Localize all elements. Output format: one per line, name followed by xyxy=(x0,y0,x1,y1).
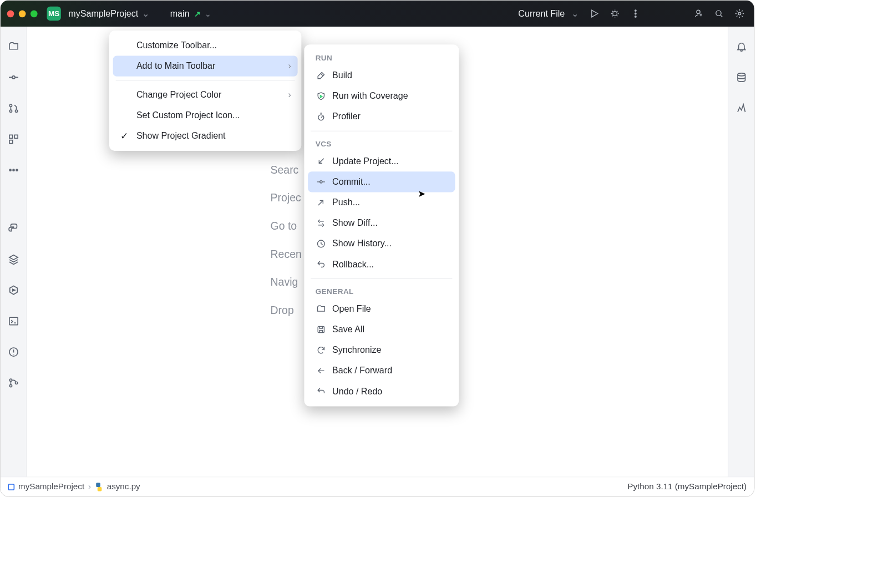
menu-group-header: VCS xyxy=(304,135,459,151)
check-icon: ✓ xyxy=(120,130,128,141)
run-config-label: Current File xyxy=(518,8,565,19)
project-tool-button[interactable] xyxy=(7,40,20,53)
python-console-tool-button[interactable] xyxy=(7,222,20,235)
clock-icon xyxy=(316,239,326,249)
menu-item-synchronize[interactable]: Synchronize xyxy=(308,340,455,361)
svg-rect-15 xyxy=(14,135,18,138)
arrow-up-right-icon xyxy=(316,198,326,207)
pull-requests-tool-button[interactable] xyxy=(7,102,20,115)
menu-item-customize-toolbar[interactable]: Customize Toolbar... xyxy=(113,35,298,55)
breadcrumb[interactable]: mySampleProject › async.py xyxy=(8,482,140,492)
project-dropdown[interactable]: mySampleProject ⌄ xyxy=(65,6,152,21)
menu-item-label: Build xyxy=(332,70,352,81)
python-packages-tool-button[interactable] xyxy=(7,252,20,266)
hint-line: Projec xyxy=(271,184,302,212)
rollback-icon xyxy=(316,260,326,269)
git-tool-button[interactable] xyxy=(7,377,20,390)
close-window-button[interactable] xyxy=(7,10,14,17)
more-actions-button[interactable] xyxy=(627,6,643,22)
mouse-cursor-icon: ➤ xyxy=(418,188,425,199)
branch-name-label: main xyxy=(170,8,190,19)
save-icon xyxy=(316,325,326,334)
python-file-icon xyxy=(95,483,103,491)
stopwatch-icon xyxy=(316,112,326,121)
menu-separator xyxy=(311,278,452,279)
menu-item-label: Back / Forward xyxy=(332,366,392,376)
menu-item-open-file[interactable]: Open File xyxy=(308,298,455,319)
menu-item-run-with-coverage[interactable]: Run with Coverage xyxy=(308,86,455,107)
profiler-tool-button[interactable] xyxy=(735,102,748,115)
notifications-tool-button[interactable] xyxy=(735,40,748,53)
menu-item-label: Open File xyxy=(332,304,371,315)
svg-point-19 xyxy=(16,169,17,171)
svg-point-22 xyxy=(9,379,12,381)
menu-item-label: Undo / Redo xyxy=(332,386,382,397)
search-button[interactable] xyxy=(711,6,727,22)
terminal-tool-button[interactable] xyxy=(7,315,20,328)
menu-separator xyxy=(116,80,295,80)
svg-point-11 xyxy=(9,104,12,107)
menu-item-label: Add to Main Toolbar xyxy=(136,61,216,72)
menu-item-add-to-main-toolbar[interactable]: Add to Main Toolbar › xyxy=(113,56,298,77)
problems-tool-button[interactable] xyxy=(7,346,20,359)
more-tool-windows-button[interactable] xyxy=(7,164,20,177)
menu-item-build[interactable]: Build xyxy=(308,65,455,85)
menu-item-commit[interactable]: Commit... xyxy=(308,171,455,192)
run-config-dropdown[interactable]: Current File ⌄ xyxy=(515,6,581,21)
run-button[interactable] xyxy=(586,6,602,22)
svg-point-8 xyxy=(716,11,721,16)
svg-rect-16 xyxy=(9,140,12,144)
chevron-down-icon: ⌄ xyxy=(205,9,211,18)
menu-item-set-custom-project-icon[interactable]: Set Custom Project Icon... xyxy=(113,105,298,125)
hint-line: Recen xyxy=(271,240,302,268)
vcs-branch-widget[interactable]: main ↗ ⌄ xyxy=(165,8,211,19)
code-with-me-button[interactable] xyxy=(691,6,707,22)
menu-item-push[interactable]: Push... xyxy=(308,192,455,212)
left-tool-stripe xyxy=(1,27,27,477)
menu-item-change-project-color[interactable]: Change Project Color › xyxy=(113,84,298,105)
svg-rect-14 xyxy=(9,135,12,138)
debug-button[interactable] xyxy=(607,6,623,22)
svg-point-17 xyxy=(9,169,11,171)
status-bar: mySampleProject › async.py Python 3.11 (… xyxy=(1,477,754,496)
push-available-icon: ↗ xyxy=(194,9,200,18)
right-tool-stripe xyxy=(728,27,754,477)
hammer-icon xyxy=(316,71,326,80)
menu-item-save-all[interactable]: Save All xyxy=(308,319,455,339)
svg-rect-29 xyxy=(318,326,324,332)
maximize-window-button[interactable] xyxy=(31,10,38,17)
svg-point-13 xyxy=(15,110,17,112)
menu-group-header: General xyxy=(304,283,459,299)
menu-item-label: Synchronize xyxy=(332,345,381,356)
interpreter-widget[interactable]: Python 3.11 (mySampleProject) xyxy=(627,482,747,492)
settings-button[interactable] xyxy=(732,6,748,22)
menu-item-profiler[interactable]: Profiler xyxy=(308,107,455,127)
minimize-window-button[interactable] xyxy=(19,10,26,17)
commit-tool-button[interactable] xyxy=(7,71,20,84)
commit-icon xyxy=(316,177,326,186)
database-tool-button[interactable] xyxy=(735,71,748,84)
chevron-right-icon: › xyxy=(88,482,91,492)
hint-line: Go to xyxy=(271,212,302,240)
menu-item-show-project-gradient[interactable]: ✓ Show Project Gradient xyxy=(113,125,298,146)
project-name-label: mySampleProject xyxy=(68,8,138,19)
menu-item-label: Set Custom Project Icon... xyxy=(136,110,240,121)
menu-item-label: Change Project Color xyxy=(136,89,221,100)
svg-point-5 xyxy=(635,13,636,14)
editor-empty-hints: Searc Projec Go to Recen Navig Drop xyxy=(271,156,302,325)
project-icon[interactable]: MS xyxy=(47,7,61,21)
chevron-down-icon: ⌄ xyxy=(142,8,150,19)
chevron-down-icon: ⌄ xyxy=(571,8,579,19)
menu-item-update-project[interactable]: Update Project... xyxy=(308,151,455,171)
svg-point-7 xyxy=(697,10,700,13)
services-tool-button[interactable] xyxy=(7,283,20,297)
menu-item-show-diff[interactable]: Show Diff... xyxy=(308,213,455,234)
hint-line: Searc xyxy=(271,156,302,184)
menu-item-undo-redo[interactable]: Undo / Redo xyxy=(308,381,455,402)
menu-item-back-forward[interactable]: Back / Forward xyxy=(308,361,455,381)
menu-item-show-history[interactable]: Show History... xyxy=(308,234,455,254)
svg-point-4 xyxy=(635,10,636,11)
structure-tool-button[interactable] xyxy=(7,133,20,146)
menu-item-rollback[interactable]: Rollback... xyxy=(308,254,455,275)
menu-item-label: Show History... xyxy=(332,239,392,249)
